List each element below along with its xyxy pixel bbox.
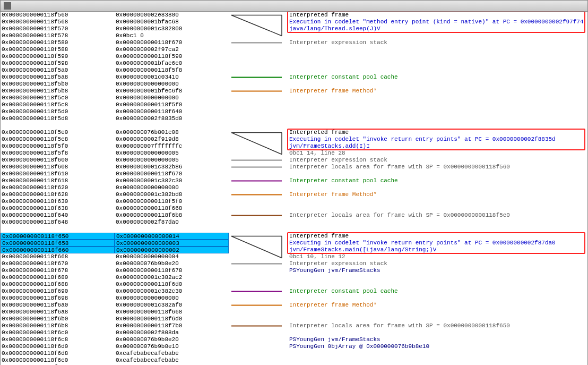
- table-row: 0x0000000001bfec6f8: [115, 88, 229, 95]
- row-label: Interpreter frame Method*: [289, 191, 587, 198]
- table-row: 0x0000000001c382c30: [115, 177, 229, 184]
- table-row: 0x0000000000118f590: [1, 53, 115, 60]
- left-address-panel: 0x0000000000118f5600x0000000000118f5680x…: [1, 12, 115, 365]
- table-row: 0x0000000000118f670: [1, 260, 115, 267]
- table-row: 0x0000000002f8835d0: [115, 115, 229, 122]
- table-row: 0x0000000000118f600: [1, 157, 115, 164]
- table-row: 0x0000000000000005: [115, 157, 229, 164]
- table-row: 0x0000000000118f670: [115, 39, 229, 46]
- table-row: 0x0000000000118f678: [1, 267, 115, 274]
- row-label: Interpreted frame: [289, 12, 587, 19]
- row-label: Interpreter locals area for frame with S…: [289, 322, 587, 329]
- table-row: 0x0000000000118f618: [1, 177, 115, 184]
- row-label: [289, 281, 587, 288]
- row-label: Executing in codelet "invoke return entr…: [289, 136, 587, 143]
- table-row: 0x0000000000118f5d0: [1, 108, 115, 115]
- row-label: [289, 295, 587, 302]
- table-row: 0x0000000000118f5c8: [1, 101, 115, 108]
- table-row: 0x0000000000118f688: [1, 281, 115, 288]
- table-row: 0x0000000000118f640: [1, 212, 115, 219]
- table-row: 0x0000000000118f7b0: [115, 322, 229, 329]
- table-row: 0x0000000000118f6d0: [1, 343, 115, 350]
- table-row: 0x0bc1 0: [115, 32, 229, 39]
- stack-memory-window: 0x0000000000118f5600x0000000000118f5680x…: [0, 0, 588, 365]
- row-label: Executing in codelet "invoke return entr…: [289, 240, 587, 247]
- table-row: 0x0000000002f87da0: [115, 219, 229, 226]
- row-label: PSYoungGen 0bjArray @ 0x000000076b9b8e10: [289, 343, 587, 350]
- table-row: 0x0000000000118f5a8: [1, 74, 115, 81]
- row-label: [289, 171, 587, 177]
- table-row: 0x0000000000118f658: [1, 240, 115, 247]
- table-row: [1, 122, 115, 129]
- row-label: [289, 274, 587, 281]
- table-row: 0x0000000000118f660: [1, 247, 115, 253]
- table-row: 0x000000076b9b8e10: [115, 343, 229, 350]
- table-row: 0x0000000000118f668: [1, 253, 115, 260]
- row-label: PSYoungGen jvm/FrameStacks: [289, 267, 587, 274]
- row-label: [289, 357, 587, 364]
- row-label: Interpreter expression stack: [289, 157, 587, 164]
- table-row: 0x0000000000118f6d0: [115, 316, 229, 322]
- table-row: 0x0000000000118f638: [1, 205, 115, 212]
- table-row: 0x0000000000000005: [115, 150, 229, 157]
- table-row: [115, 226, 229, 233]
- window-icon: [4, 2, 11, 10]
- row-label: [289, 219, 587, 226]
- table-row: 0x0000000000118f668: [115, 309, 229, 316]
- row-label: [289, 60, 587, 67]
- table-row: 0x0000000001c382800: [115, 26, 229, 32]
- table-row: 0x0000000000118f568: [1, 19, 115, 26]
- table-row: 0x0000000000118f680: [1, 274, 115, 281]
- table-row: 0x0000000000118f5d8: [1, 115, 115, 122]
- table-row: 0x0000000001c382ac2: [115, 274, 229, 281]
- table-row: 0x0000000000118f6b8: [1, 322, 115, 329]
- table-row: 0x0000000000118f6c8: [1, 336, 115, 343]
- connector-panel: [229, 12, 287, 365]
- table-row: 0xcafebabecafebabe: [115, 357, 229, 364]
- row-label: Interpreter expression stack: [289, 39, 587, 46]
- row-label: [289, 115, 587, 122]
- row-label: Execution in codelet "method entry point…: [289, 19, 587, 26]
- table-row: 0x0000000000000000: [115, 81, 229, 88]
- row-label: jvm/FrameStacks.add(I)I: [289, 143, 587, 150]
- table-row: 0x000000076b9b8e20: [115, 336, 229, 343]
- table-row: 0x0000000000118f6c0: [1, 329, 115, 336]
- row-label: Interpreter constant pool cache: [289, 177, 587, 184]
- row-label: [289, 101, 587, 108]
- table-row: 0x0000000000118f668: [115, 205, 229, 212]
- row-label: [289, 184, 587, 191]
- table-row: 0x0000000000118f560: [1, 12, 115, 19]
- table-row: 0x0000000002f97ca2: [115, 46, 229, 53]
- table-row: [289, 226, 587, 233]
- table-row: 0x0000000002f808da: [115, 329, 229, 336]
- table-row: 0x0000000000118f6b0: [1, 316, 115, 322]
- table-row: 0x000000007fffffffc: [115, 143, 229, 150]
- row-label: Interpreter frame Method*: [289, 88, 587, 95]
- table-row: 0x0000000000118f5e8: [1, 136, 115, 143]
- table-row: 0x0000000000000000: [115, 295, 229, 302]
- row-label: [289, 316, 587, 322]
- row-label: [289, 46, 587, 53]
- middle-value-panel: 0x0000000002e838000x0000000001bfac680x00…: [115, 12, 229, 365]
- table-row: 0x0000000000118f5f8: [115, 67, 229, 74]
- row-label: java/lang/Thread.sleep(J)V: [289, 26, 587, 32]
- row-label: [289, 32, 587, 39]
- table-row: 0x0000000000118f590: [115, 53, 229, 60]
- table-row: 0x0000000000118f628: [1, 191, 115, 198]
- row-label: [289, 350, 587, 357]
- table-row: 0x0000000000118f678: [115, 267, 229, 274]
- table-row: 0x0000000000000014: [115, 233, 229, 240]
- table-row: 0x0000000000118f610: [1, 171, 115, 177]
- table-row: 0x0000000001c382bd8: [115, 191, 229, 198]
- table-row: 0x0000000000000000: [115, 184, 229, 191]
- row-label: Interpreter locals area for frame with S…: [289, 212, 587, 219]
- row-label: PSYoungGen jvm/FrameStacks: [289, 336, 587, 343]
- table-row: 0x0000000000118f5f0: [115, 101, 229, 108]
- table-row: 0x0000000000118f6d0: [115, 281, 229, 288]
- table-row: 0x000000076b801c08: [115, 129, 229, 136]
- row-label: Interpreter frame Method*: [289, 302, 587, 309]
- table-row: 0x0000000000000000: [115, 95, 229, 101]
- row-label: [289, 81, 587, 88]
- svg-line-4: [231, 133, 282, 155]
- svg-line-1: [231, 15, 282, 36]
